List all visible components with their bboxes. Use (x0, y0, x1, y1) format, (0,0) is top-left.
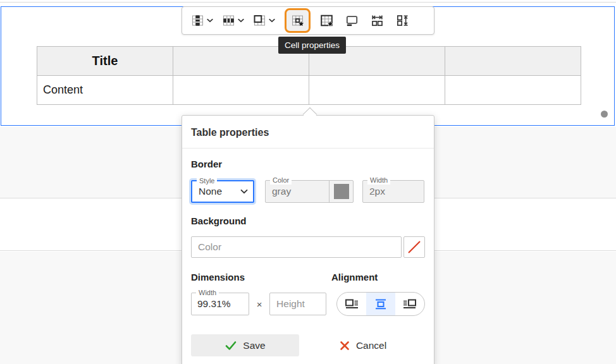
table-properties-popup: Table properties Border Style None Color… (182, 115, 434, 364)
align-table-center-button[interactable] (366, 293, 395, 315)
align-table-left-button[interactable] (337, 293, 366, 315)
tooltip: Cell properties (278, 37, 346, 54)
height-input[interactable] (270, 298, 326, 310)
toggle-caption-icon (345, 14, 359, 27)
table-body-cell[interactable] (445, 76, 581, 105)
dimensions-separator: × (254, 299, 264, 310)
resize-row-height-button[interactable] (393, 10, 412, 32)
chevron-down-icon (207, 18, 213, 23)
check-icon (225, 339, 237, 352)
gray-color-swatch (334, 184, 349, 199)
merge-cells-button[interactable] (250, 10, 268, 32)
border-style-label: Style (197, 177, 217, 185)
editor-top-border (0, 2, 616, 3)
table-column-dropdown[interactable] (207, 18, 213, 23)
border-color-value: gray (266, 186, 329, 197)
border-width-value: 2px (369, 186, 385, 197)
width-input-field: Width (191, 293, 249, 315)
border-fields-row: Style None Color gray Width 2px (191, 180, 425, 203)
border-width-field: Width 2px (362, 180, 424, 203)
table-row-icon (222, 14, 235, 27)
widget-resize-handle[interactable] (601, 111, 608, 118)
table-column-button[interactable] (188, 10, 206, 32)
no-color-icon (407, 240, 422, 255)
merge-cells-icon (253, 14, 266, 27)
resize-column-width-button[interactable] (367, 10, 386, 32)
cell-properties-icon (291, 14, 304, 27)
cell-properties-button[interactable] (289, 10, 307, 32)
table-header-cell[interactable] (445, 47, 581, 76)
align-table-right-button[interactable] (395, 293, 424, 315)
border-color-swatch-button (329, 181, 353, 202)
chevron-down-icon (238, 18, 244, 23)
dimensions-section-heading: Dimensions (191, 272, 331, 283)
select-chevron-down-icon (240, 189, 248, 194)
align-table-left-icon (345, 297, 359, 311)
border-color-label: Color (270, 176, 292, 185)
table-toolbar (182, 6, 434, 35)
background-row (191, 236, 425, 258)
table-body-cell[interactable] (309, 76, 445, 105)
table-body-cell[interactable]: Content (37, 76, 173, 105)
background-color-input[interactable] (191, 236, 402, 258)
alignment-section-heading: Alignment (331, 272, 378, 283)
dimensions-alignment-row: Width × (191, 292, 425, 316)
table-row: Content (37, 76, 581, 105)
border-width-label: Width (367, 176, 390, 185)
table-header-cell[interactable]: Title (37, 47, 173, 76)
background-section-heading: Background (191, 215, 425, 227)
tooltip-text: Cell properties (285, 40, 340, 50)
table-properties-button[interactable] (317, 10, 336, 32)
content-table: Title Content (37, 46, 581, 105)
align-table-center-icon (374, 297, 388, 311)
resize-column-width-icon (371, 14, 384, 27)
border-style-select[interactable]: Style None (191, 180, 254, 203)
table-row-button[interactable] (219, 10, 237, 32)
table-row-dropdown[interactable] (238, 18, 244, 23)
cell-properties-highlight (285, 8, 311, 33)
border-style-value: None (199, 186, 222, 197)
height-input-field (269, 293, 326, 315)
merge-cells-dropdown[interactable] (269, 18, 275, 23)
save-button-label: Save (243, 340, 265, 351)
chevron-down-icon (269, 18, 275, 23)
background-color-swatch-button[interactable] (403, 236, 425, 258)
save-button[interactable]: Save (191, 334, 299, 356)
x-icon (339, 340, 350, 351)
width-label: Width (196, 289, 219, 297)
toggle-caption-button[interactable] (342, 10, 361, 32)
table-properties-icon (320, 14, 333, 27)
border-color-field: Color gray (265, 180, 354, 203)
popup-title: Table properties (182, 116, 434, 149)
cancel-button[interactable]: Cancel (309, 334, 417, 356)
align-table-right-icon (403, 297, 417, 311)
table-column-icon (191, 14, 204, 27)
popup-actions-row: Save Cancel (191, 334, 425, 356)
cancel-button-label: Cancel (356, 340, 386, 351)
border-section-heading: Border (191, 159, 425, 170)
width-input[interactable] (192, 298, 249, 310)
alignment-button-group (336, 292, 425, 316)
table-body-cell[interactable] (173, 76, 309, 105)
resize-row-height-icon (396, 14, 409, 27)
